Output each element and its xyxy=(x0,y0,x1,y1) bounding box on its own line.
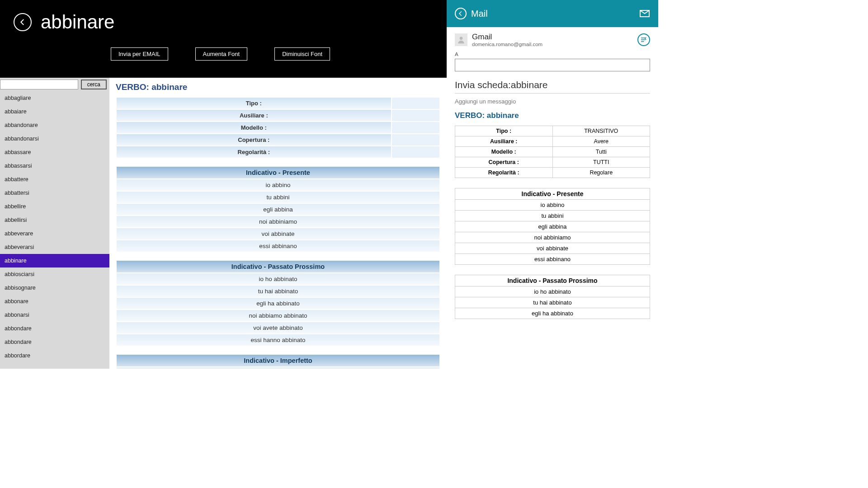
verb-item[interactable]: abbellire xyxy=(0,200,109,213)
conjugation-form: io abbino xyxy=(116,179,440,191)
conjugation-form: noi abbiniamo xyxy=(116,216,440,228)
verb-item[interactable]: abbassare xyxy=(0,145,109,159)
svg-point-0 xyxy=(460,37,463,40)
to-label: A xyxy=(455,52,650,57)
verb-item[interactable]: abbiosciarsi xyxy=(0,267,109,281)
conjugation-form: noi abbiamo abbinato xyxy=(116,310,440,322)
verb-item[interactable]: abbellirsi xyxy=(0,213,109,227)
conjugation-table: Indicativo - Passato Prossimoio ho abbin… xyxy=(116,260,440,347)
mail-panel: Mail Gmail domenica.romano@gmail.com A I… xyxy=(447,0,658,369)
conjugation-form: io ho abbinato xyxy=(116,273,440,285)
prop-label: Copertura : xyxy=(455,157,553,168)
tense-header: Indicativo - Presente xyxy=(455,188,650,200)
to-input[interactable] xyxy=(455,59,650,71)
prop-value: TRANSITIVO xyxy=(552,126,650,136)
content-pane[interactable]: VERBO: abbinare Tipo :Ausiliare :Modello… xyxy=(109,78,447,369)
mail-icon xyxy=(639,8,650,19)
dictionary-app: abbinare Invia per EMAIL Aumenta Font Di… xyxy=(0,0,447,369)
prop-label: Tipo : xyxy=(455,126,553,136)
decrease-font-button[interactable]: Diminuisci Font xyxy=(274,47,330,61)
verb-item[interactable]: abbandonare xyxy=(0,118,109,132)
verb-item[interactable]: abbassarsi xyxy=(0,159,109,173)
increase-font-button[interactable]: Aumenta Font xyxy=(195,47,248,61)
send-button[interactable] xyxy=(637,33,650,46)
account-email: domenica.romano@gmail.com xyxy=(472,42,542,47)
verb-item[interactable]: abbattersi xyxy=(0,186,109,200)
prop-label: Tipo : xyxy=(116,97,392,109)
prop-value: TUTTI xyxy=(552,157,650,168)
person-icon xyxy=(457,35,466,44)
prop-value: Avere xyxy=(552,136,650,147)
prop-label: Copertura : xyxy=(116,134,392,146)
verb-item[interactable]: abbisognare xyxy=(0,281,109,295)
conjugation-form: tu abbini xyxy=(455,211,650,221)
conjugation-form: voi abbinate xyxy=(455,243,650,254)
conjugation-table: Indicativo - Presenteio abbinotu abbinie… xyxy=(116,166,440,253)
prop-label: Regolarità : xyxy=(455,168,553,178)
mail-body: Gmail domenica.romano@gmail.com A Invia … xyxy=(447,27,658,369)
prop-label: Modello : xyxy=(455,147,553,157)
conjugation-form: tu hai abbinato xyxy=(455,297,650,308)
message-placeholder[interactable]: Aggiungi un messaggio xyxy=(455,98,650,105)
send-email-button[interactable]: Invia per EMAIL xyxy=(111,47,168,61)
app-header: abbinare Invia per EMAIL Aumenta Font Di… xyxy=(0,0,447,78)
verb-heading: VERBO: abbinare xyxy=(116,82,440,92)
mail-verb-heading: VERBO: abbinare xyxy=(455,111,650,120)
conjugation-table: Indicativo - Passato Prossimoio ho abbin… xyxy=(455,275,650,319)
verb-item[interactable]: abbeverarsi xyxy=(0,240,109,254)
verb-item[interactable]: abbondare xyxy=(0,322,109,335)
prop-value xyxy=(392,109,440,122)
arrow-left-icon xyxy=(19,18,27,26)
prop-value xyxy=(392,134,440,146)
verb-item[interactable]: abbaiare xyxy=(0,105,109,118)
account-name: Gmail xyxy=(472,33,542,42)
conjugation-form: essi hanno abbinato xyxy=(116,334,440,346)
mail-title: Mail xyxy=(471,9,488,19)
back-button[interactable] xyxy=(14,13,32,31)
mail-back-button[interactable] xyxy=(455,8,467,19)
conjugation-form: io abbinavo xyxy=(116,367,440,369)
conjugation-form: noi abbiniamo xyxy=(455,232,650,243)
tense-header: Indicativo - Imperfetto xyxy=(116,354,440,367)
verb-item[interactable]: abbinare xyxy=(0,254,109,267)
conjugation-table: Indicativo - Presenteio abbinotu abbinie… xyxy=(455,188,650,265)
tense-header: Indicativo - Passato Prossimo xyxy=(116,260,440,273)
conjugation-form: io ho abbinato xyxy=(455,286,650,297)
conjugation-form: voi avete abbinato xyxy=(116,322,440,334)
prop-value: Tutti xyxy=(552,147,650,157)
tense-header: Indicativo - Presente xyxy=(116,166,440,179)
prop-value xyxy=(392,122,440,134)
mail-properties-table: Tipo :TRANSITIVOAusiliare :AvereModello … xyxy=(455,126,650,178)
prop-value xyxy=(392,97,440,109)
conjugation-form: voi abbinate xyxy=(116,228,440,240)
mail-header: Mail xyxy=(447,0,658,27)
verb-item[interactable]: abbattere xyxy=(0,173,109,186)
verb-item[interactable]: abbandonarsi xyxy=(0,132,109,145)
verb-item[interactable]: abbonare xyxy=(0,295,109,308)
prop-label: Ausiliare : xyxy=(455,136,553,147)
prop-value xyxy=(392,146,440,158)
avatar xyxy=(455,33,467,46)
mail-subject[interactable]: Invia scheda:abbinare xyxy=(455,80,650,94)
verb-item[interactable]: abbordare xyxy=(0,349,109,362)
verb-item[interactable]: abbagliare xyxy=(0,91,109,105)
conjugation-form: tu hai abbinato xyxy=(116,285,440,297)
properties-table: Tipo :Ausiliare :Modello :Copertura :Reg… xyxy=(116,97,440,159)
prop-label: Ausiliare : xyxy=(116,109,392,122)
send-icon xyxy=(640,36,647,43)
tenses-container: Indicativo - Presenteio abbinotu abbinie… xyxy=(116,166,440,369)
tense-header: Indicativo - Passato Prossimo xyxy=(455,275,650,286)
page-title: abbinare xyxy=(41,11,114,33)
conjugation-form: io abbino xyxy=(455,200,650,211)
search-input[interactable] xyxy=(0,80,78,89)
verb-item[interactable]: abbondare xyxy=(0,335,109,349)
toolbar: Invia per EMAIL Aumenta Font Diminuisci … xyxy=(14,47,433,61)
conjugation-form: egli abbina xyxy=(455,221,650,232)
prop-label: Regolarità : xyxy=(116,146,392,158)
conjugation-form: egli abbina xyxy=(116,203,440,216)
search-button[interactable]: cerca xyxy=(81,80,107,89)
verb-item[interactable]: abbeverare xyxy=(0,227,109,240)
prop-label: Modello : xyxy=(116,122,392,134)
verb-list[interactable]: abbagliareabbaiareabbandonareabbandonars… xyxy=(0,91,109,369)
verb-item[interactable]: abbonarsi xyxy=(0,308,109,322)
